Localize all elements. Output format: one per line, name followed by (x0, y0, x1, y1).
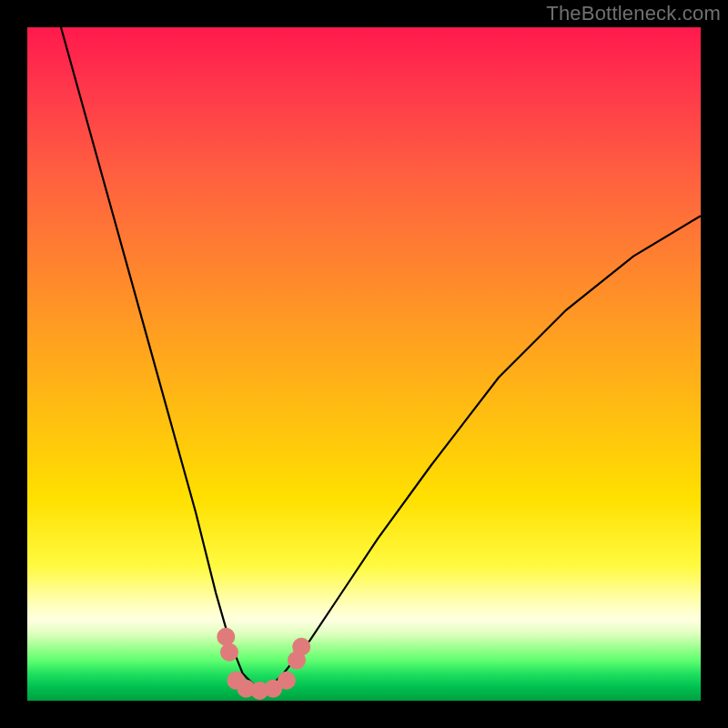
watermark-text: TheBottleneck.com (546, 2, 721, 25)
marker-dot (220, 643, 238, 662)
bottleneck-curve (27, 27, 701, 701)
chart-frame: TheBottleneck.com (0, 0, 728, 728)
curve-markers (217, 628, 310, 700)
marker-dot (278, 672, 296, 690)
plot-area (27, 27, 701, 701)
marker-dot (292, 638, 310, 656)
curve-path (61, 27, 701, 687)
marker-dot (217, 628, 235, 646)
